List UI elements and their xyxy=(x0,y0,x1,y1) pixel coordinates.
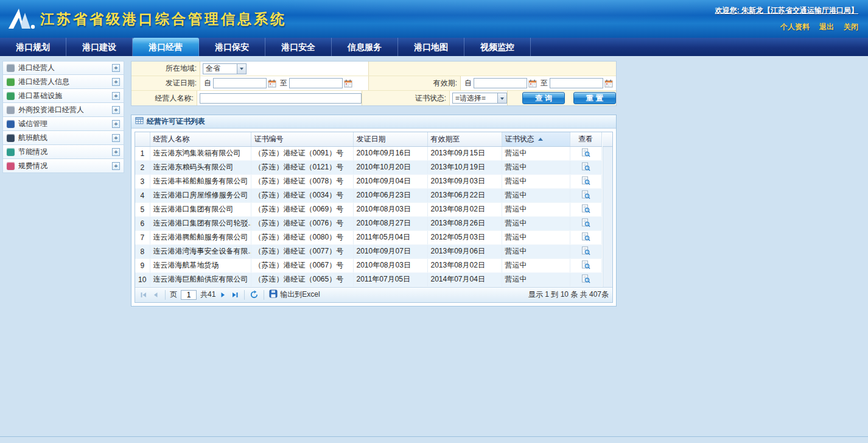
region-select[interactable]: 全省 xyxy=(203,63,247,74)
nav-tab-7[interactable]: 港口地图 xyxy=(398,38,464,56)
sidebar-item[interactable]: 节能情况+ xyxy=(2,145,124,159)
issue-date-from-input[interactable] xyxy=(213,78,267,88)
sidebar-item[interactable]: 港口经营人+ xyxy=(2,61,124,75)
table-row[interactable]: 4连云港港口房屋维修服务公司（苏连）港经证（0034）号2010年06月23日2… xyxy=(135,188,601,202)
sidebar-item[interactable]: 航班航线+ xyxy=(2,131,124,145)
magnifier-document-icon xyxy=(581,221,590,229)
first-page-button[interactable] xyxy=(139,290,149,300)
table-row[interactable]: 5连云港港口集团有限公司（苏连）港经证（0069）号2010年08月03日201… xyxy=(135,202,601,216)
view-button[interactable] xyxy=(570,244,601,258)
column-header-1[interactable]: 经营人名称 xyxy=(150,132,251,146)
column-header-4[interactable]: 有效期至 xyxy=(427,132,502,146)
nav-tab-1[interactable]: 港口规划 xyxy=(0,38,66,56)
magnifier-document-icon xyxy=(581,277,590,285)
calendar-icon[interactable] xyxy=(268,79,276,88)
previous-page-button[interactable] xyxy=(151,290,161,300)
region-field: 全省 xyxy=(200,62,369,76)
view-button[interactable] xyxy=(570,216,601,230)
export-excel-button[interactable]: 输出到Excel xyxy=(268,289,320,300)
validity-to-input[interactable] xyxy=(550,78,603,88)
view-button[interactable] xyxy=(570,188,601,202)
expand-plus-button[interactable]: + xyxy=(112,64,120,72)
sidebar-item-label: 规费情况 xyxy=(18,161,112,171)
top-link-2[interactable]: 退出 xyxy=(819,23,834,31)
expand-plus-button[interactable]: + xyxy=(112,92,120,100)
column-header-6[interactable]: 查看 xyxy=(570,132,601,146)
cert-status-cell: 营运中 xyxy=(502,146,570,160)
valid-to-cell: 2013年08月26日 xyxy=(427,216,502,230)
cert-number-cell: （苏连）港经证（0078）号 xyxy=(251,174,353,188)
view-button[interactable] xyxy=(570,174,601,188)
expand-plus-button[interactable]: + xyxy=(112,162,120,170)
cert-number-cell: （苏连）港经证（0080）号 xyxy=(251,230,353,244)
cert-status-cell: 营运中 xyxy=(502,188,570,202)
table-row[interactable]: 7连云港港腾船舶服务有限公司（苏连）港经证（0080）号2011年05月04日2… xyxy=(135,230,601,244)
table-row[interactable]: 10连云港海巨船舶供应有限公司（苏连）港经证（0065）号2011年07月05日… xyxy=(135,272,601,286)
validity-from-input[interactable] xyxy=(474,78,527,88)
sidebar-item-label: 港口经营人信息 xyxy=(18,77,112,87)
column-header-label: 证书编号 xyxy=(254,135,284,143)
grid-wrap: 经营人名称证书编号发证日期有效期至证书状态查看 1连云港东鸿集装箱有限公司（苏连… xyxy=(135,132,613,303)
refresh-button[interactable] xyxy=(249,289,259,300)
nav-tab-2[interactable]: 港口建设 xyxy=(66,38,133,56)
column-header-3[interactable]: 发证日期 xyxy=(353,132,427,146)
operator-name-label: 经营人名称: xyxy=(131,91,197,105)
expand-plus-button[interactable]: + xyxy=(112,78,120,86)
calendar-icon[interactable] xyxy=(604,79,613,88)
expand-plus-button[interactable]: + xyxy=(112,120,120,128)
table-row[interactable]: 2连云港东粮码头有限公司（苏连）港经证（0121）号2010年10月20日201… xyxy=(135,160,601,174)
view-button[interactable] xyxy=(570,160,601,174)
nav-tab-5[interactable]: 港口安全 xyxy=(265,38,332,56)
query-button[interactable]: 查询 xyxy=(522,92,565,104)
next-page-button[interactable] xyxy=(218,290,228,300)
row-number: 1 xyxy=(135,146,150,160)
calendar-icon[interactable] xyxy=(528,79,537,88)
top-link-1[interactable]: 个人资料 xyxy=(780,23,810,31)
sidebar-item[interactable]: 规费情况+ xyxy=(2,159,124,173)
operator-name-cell: 连云港港腾船舶服务有限公司 xyxy=(150,230,251,244)
issue-date-cell: 2010年09月16日 xyxy=(353,146,427,160)
vertical-scrollbar[interactable] xyxy=(603,147,612,287)
cert-status-select[interactable]: =请选择= xyxy=(452,93,507,104)
issue-date-from-label: 自 xyxy=(204,78,211,88)
column-header-5[interactable]: 证书状态 xyxy=(502,132,570,146)
view-button[interactable] xyxy=(570,146,601,160)
issue-date-cell: 2010年09月07日 xyxy=(353,244,427,258)
view-button[interactable] xyxy=(570,258,601,272)
table-row[interactable]: 6连云港港口集团有限公司轮驳...（苏连）港经证（0076）号2010年08月2… xyxy=(135,216,601,230)
nav-tab-3[interactable]: 港口经营 xyxy=(133,38,199,56)
sidebar-item[interactable]: 港口经营人信息+ xyxy=(2,75,124,89)
calendar-icon[interactable] xyxy=(344,79,352,88)
operator-name-input[interactable] xyxy=(200,93,362,104)
nav-tab-4[interactable]: 港口保安 xyxy=(199,38,265,56)
issue-date-cell: 2010年06月23日 xyxy=(353,188,427,202)
table-row[interactable]: 9连云港海航基地货场（苏连）港经证（0067）号2010年08月03日2013年… xyxy=(135,258,601,272)
operator-name-cell: 连云港海巨船舶供应有限公司 xyxy=(150,272,251,286)
view-button[interactable] xyxy=(570,202,601,216)
expand-plus-button[interactable]: + xyxy=(112,106,120,114)
sidebar-item[interactable]: 港口基础设施+ xyxy=(2,89,124,103)
expand-plus-button[interactable]: + xyxy=(112,134,120,142)
page-number-input[interactable] xyxy=(181,290,197,300)
nav-tab-8[interactable]: 视频监控 xyxy=(464,38,531,56)
reset-button[interactable]: 重置 xyxy=(573,92,616,104)
license-list-panel: 经营许可证书列表 经营人名称证书编号发证日期有效期至证书状态查看 1连云港东鸿集… xyxy=(131,115,617,307)
issue-date-cell: 2010年08月03日 xyxy=(353,202,427,216)
last-page-button[interactable] xyxy=(230,290,240,300)
column-header-2[interactable]: 证书编号 xyxy=(251,132,353,146)
nav-tab-6[interactable]: 信息服务 xyxy=(332,38,398,56)
page: 江苏省省级港口综合管理信息系统 欢迎您: 朱新龙【江苏省交通运输厅港口局】 个人… xyxy=(0,0,868,443)
table-row[interactable]: 1连云港东鸿集装箱有限公司（苏连）港经证（0091）号2010年09月16日20… xyxy=(135,146,601,160)
issue-date-to-input[interactable] xyxy=(289,78,343,88)
expand-plus-button[interactable]: + xyxy=(112,148,120,156)
sidebar-item[interactable]: 外商投资港口经营人+ xyxy=(2,103,124,117)
top-link-3[interactable]: 关闭 xyxy=(844,23,858,31)
sidebar-item[interactable]: 诚信管理+ xyxy=(2,117,124,131)
cert-number-cell: （苏连）港经证（0077）号 xyxy=(251,244,353,258)
operator-name-cell: 连云港海航基地货场 xyxy=(150,258,251,272)
table-row[interactable]: 3连云港丰裕船舶服务有限公司（苏连）港经证（0078）号2010年09月04日2… xyxy=(135,174,601,188)
view-button[interactable] xyxy=(570,272,601,286)
view-button[interactable] xyxy=(570,230,601,244)
table-row[interactable]: 8连云港港湾海事安全设备有限...（苏连）港经证（0077）号2010年09月0… xyxy=(135,244,601,258)
main-panel: 所在地域: 全省 发证日期: 自 xyxy=(131,61,617,443)
